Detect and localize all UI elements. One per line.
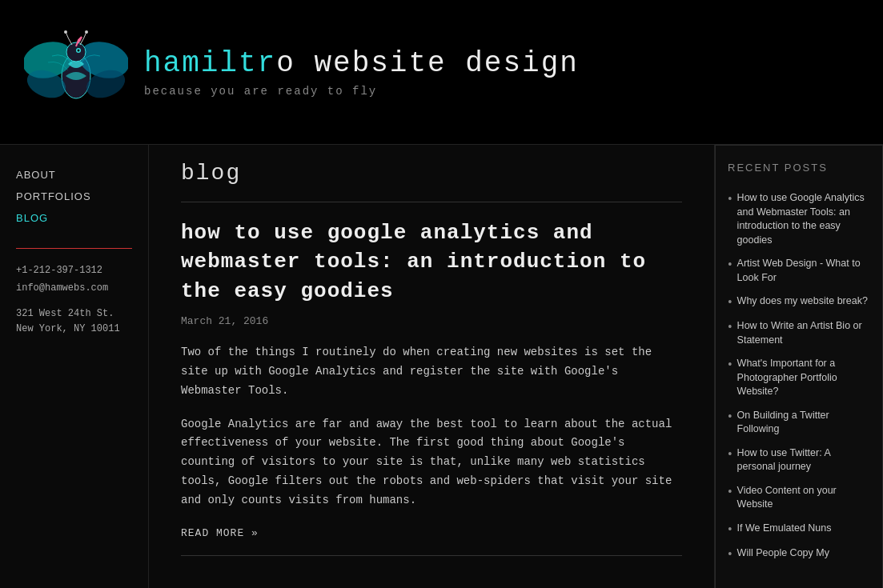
recent-post-bullet: •	[728, 320, 732, 334]
header: hamiltro website design because you are …	[0, 0, 883, 145]
site-tagline: because you are ready to fly	[144, 85, 579, 98]
recent-posts-heading: RECENT POSTS	[728, 162, 870, 174]
contact-info: +1-212-397-1312 info@hamwebs.com 321 Wes…	[16, 265, 132, 337]
article-paragraph-2: Google Analytics are far and away the be…	[181, 415, 682, 510]
recent-post-item: •How to use Twitter: A personal journey	[728, 442, 870, 479]
recent-post-item: •On Building a Twitter Following	[728, 404, 870, 442]
article-date: March 21, 2016	[181, 315, 682, 327]
address-line1: 321 West 24th St.	[16, 308, 114, 319]
svg-point-7	[78, 50, 80, 52]
title-part2: o website design	[276, 47, 579, 80]
recent-post-link[interactable]: Will People Copy My	[737, 546, 829, 561]
recent-post-item: •If We Emulated Nuns	[728, 517, 870, 542]
nav-blog[interactable]: BLOG	[16, 212, 132, 224]
article-body: Two of the things I routinely do when cr…	[181, 343, 682, 510]
recent-post-link[interactable]: How to use Google Analytics and Webmaste…	[737, 191, 870, 247]
recent-post-link[interactable]: How to use Twitter: A personal journey	[737, 446, 870, 474]
recent-post-bullet: •	[728, 522, 732, 537]
sidebar-divider	[16, 248, 132, 249]
title-part1: hamiltr	[144, 47, 276, 80]
right-sidebar: RECENT POSTS •How to use Google Analytic…	[715, 145, 883, 588]
svg-point-9	[85, 30, 88, 34]
content-area: blog how to use google analytics and web…	[148, 145, 715, 588]
recent-post-link[interactable]: How to Write an Artist Bio or Statement	[737, 319, 870, 347]
recent-post-bullet: •	[728, 447, 732, 462]
recent-post-bullet: •	[728, 192, 732, 206]
recent-post-link[interactable]: On Building a Twitter Following	[737, 409, 870, 437]
article-bottom-divider	[181, 555, 682, 556]
article-title: how to use google analytics and webmaste…	[181, 218, 682, 306]
recent-post-bullet: •	[728, 485, 732, 499]
recent-post-bullet: •	[728, 358, 732, 372]
recent-post-bullet: •	[728, 258, 732, 272]
recent-post-link[interactable]: If We Emulated Nuns	[737, 522, 832, 536]
svg-point-8	[64, 30, 67, 34]
nav-portfolios[interactable]: PORTFOLIOS	[16, 190, 132, 202]
email-address: info@hamwebs.com	[16, 282, 132, 294]
recent-post-bullet: •	[728, 410, 732, 424]
read-more-link[interactable]: READ MORE »	[181, 527, 259, 539]
recent-post-link[interactable]: Why does my website break?	[737, 294, 868, 309]
recent-post-link[interactable]: What's Important for a Photographer Port…	[737, 357, 870, 399]
recent-post-link[interactable]: Video Content on your Website	[737, 484, 870, 512]
recent-post-item: •Will People Copy My	[728, 542, 870, 566]
recent-post-item: •What's Important for a Photographer Por…	[728, 352, 870, 404]
recent-posts-list: •How to use Google Analytics and Webmast…	[728, 186, 870, 566]
site-title: hamiltro website design	[144, 47, 579, 80]
recent-post-link[interactable]: Artist Web Design - What to Look For	[737, 257, 870, 285]
recent-post-item: •Video Content on your Website	[728, 479, 870, 517]
logo-area: hamiltro website design because you are …	[24, 16, 579, 128]
recent-post-item: •Why does my website break?	[728, 290, 870, 314]
nav-about[interactable]: ABOUT	[16, 169, 132, 181]
address-line2: New York, NY 10011	[16, 323, 120, 334]
recent-post-item: •How to Write an Artist Bio or Statement	[728, 314, 870, 352]
recent-post-item: •Artist Web Design - What to Look For	[728, 252, 870, 290]
phone-number: +1-212-397-1312	[16, 265, 132, 276]
recent-post-item: •How to use Google Analytics and Webmast…	[728, 186, 870, 252]
logo-image	[24, 16, 128, 128]
blog-heading: blog	[181, 161, 682, 186]
main-layout: ABOUT PORTFOLIOS BLOG +1-212-397-1312 in…	[0, 145, 883, 588]
nav-links: ABOUT PORTFOLIOS BLOG	[16, 169, 132, 224]
article-paragraph-1: Two of the things I routinely do when cr…	[181, 343, 682, 400]
address: 321 West 24th St. New York, NY 10011	[16, 306, 132, 337]
article-top-divider	[181, 202, 682, 202]
recent-post-bullet: •	[728, 295, 732, 310]
site-title-area: hamiltro website design because you are …	[144, 47, 579, 98]
recent-post-bullet: •	[728, 547, 732, 562]
left-sidebar: ABOUT PORTFOLIOS BLOG +1-212-397-1312 in…	[0, 145, 148, 588]
